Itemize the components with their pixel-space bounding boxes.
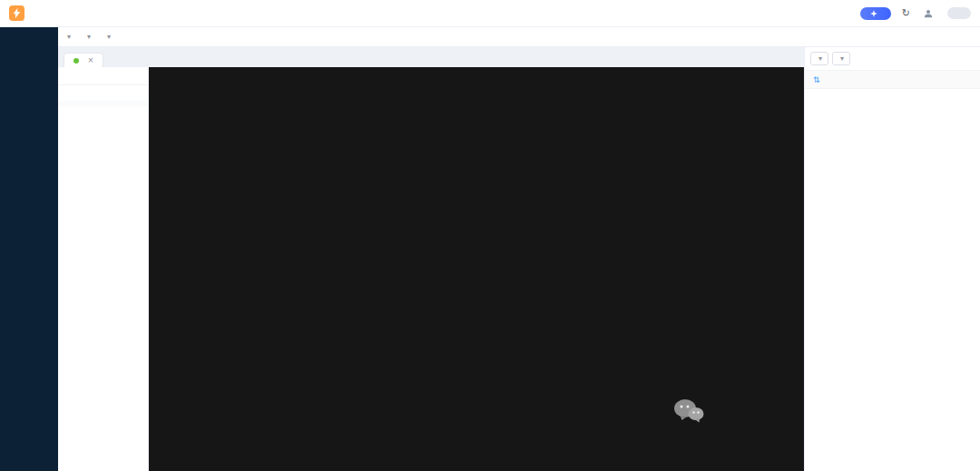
caret-down-icon: ▾ xyxy=(818,54,822,63)
terminal-host-line xyxy=(152,69,800,81)
version-update-link[interactable]: ↻ xyxy=(902,7,913,19)
file-actions-bar: ▾ ▾ xyxy=(805,47,980,71)
terminal-process-column xyxy=(272,83,800,457)
header-extra-badge[interactable] xyxy=(947,7,971,19)
caret-down-icon: ▾ xyxy=(87,33,91,41)
caret-down-icon: ▾ xyxy=(840,54,844,63)
menu-features[interactable]: ▾ xyxy=(105,33,111,41)
server-info-panel xyxy=(58,67,149,471)
terminal-left-column xyxy=(152,83,272,457)
network-chart xyxy=(58,101,148,106)
close-icon[interactable]: × xyxy=(88,55,93,65)
caret-down-icon: ▾ xyxy=(67,33,71,41)
sparkle-icon xyxy=(870,10,877,17)
file-manager-panel: ▾ ▾ ⇅ xyxy=(804,47,980,471)
session-tab-bar: × xyxy=(58,47,804,67)
session-tab[interactable]: × xyxy=(64,53,103,67)
file-list xyxy=(805,89,980,471)
user-icon xyxy=(924,9,933,18)
new-button[interactable]: ▾ xyxy=(832,52,850,65)
menu-connect[interactable]: ▾ xyxy=(65,33,71,41)
logo-bolt-icon xyxy=(9,5,24,21)
file-table-header: ⇅ xyxy=(805,71,980,89)
menu-script-lib[interactable]: ▾ xyxy=(85,33,91,41)
host-row xyxy=(58,85,148,101)
terminal[interactable] xyxy=(149,67,804,471)
sort-icon[interactable]: ⇅ xyxy=(813,75,820,84)
topbar: ↻ xyxy=(0,0,980,27)
info-toolbar xyxy=(58,67,148,85)
online-dot-icon xyxy=(74,58,79,64)
app-window: ↻ ▾ ▾ ▾ xyxy=(0,0,980,471)
sidebar xyxy=(0,27,58,471)
upload-button[interactable]: ▾ xyxy=(810,52,828,65)
logo[interactable] xyxy=(9,5,29,21)
caret-down-icon: ▾ xyxy=(107,33,111,41)
terminal-footer xyxy=(152,457,800,469)
user-menu[interactable] xyxy=(924,9,936,18)
update-icon: ↻ xyxy=(902,7,910,19)
tab-menu-row: ▾ ▾ ▾ xyxy=(58,27,980,47)
ai-chat-button[interactable] xyxy=(860,7,891,20)
sidebar-collapse-icon[interactable] xyxy=(0,460,58,471)
